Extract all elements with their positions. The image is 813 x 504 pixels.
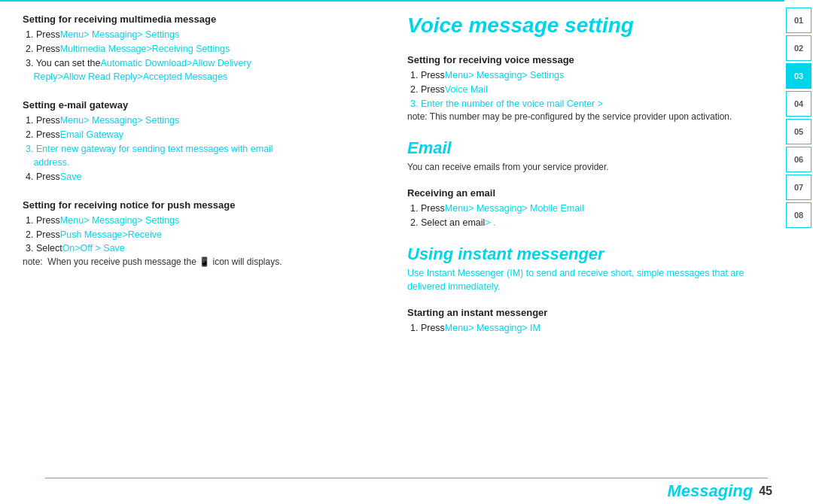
- item-link[interactable]: Reply>Allow Read Reply>Accepted Messages: [33, 71, 227, 82]
- main-content: Setting for receiving multimedia message…: [0, 0, 784, 504]
- bottom-bar: Messaging 45: [0, 478, 784, 504]
- item-prefix: 4. Press: [26, 172, 60, 182]
- item-link[interactable]: On>Off > Save: [62, 243, 125, 254]
- voice-heading-text: Voice message setting: [407, 14, 769, 38]
- list-item: 4. PressSave: [26, 170, 385, 184]
- page: Setting for receiving multimedia message…: [0, 0, 813, 504]
- list-item: 1. PressMenu> Messaging> Mobile Email: [410, 202, 769, 216]
- item-prefix: 1. Press: [26, 29, 60, 40]
- section-receiving-email-title: Receiving an email: [407, 187, 769, 199]
- section-multimedia: Setting for receiving multimedia message…: [23, 14, 385, 84]
- section-voice-list: 1. PressMenu> Messaging> Settings 2. Pre…: [407, 68, 769, 111]
- bottom-label: Messaging: [668, 481, 754, 501]
- item-prefix: 2. Press: [26, 44, 60, 54]
- sidebar-num-01[interactable]: 01: [786, 8, 811, 33]
- section-voice-title: Setting for receiving voice message: [407, 54, 769, 65]
- list-item: Reply>Allow Read Reply>Accepted Messages: [26, 70, 385, 84]
- section-multimedia-title: Setting for receiving multimedia message: [23, 14, 385, 25]
- im-heading-text: Using instant messenger: [407, 244, 769, 264]
- sidebar-num-08[interactable]: 08: [786, 202, 811, 228]
- left-column: Setting for receiving multimedia message…: [23, 14, 385, 490]
- right-sidebar: 01 02 03 04 05 06 07 08: [784, 0, 813, 504]
- section-email-gateway-title: Setting e-mail gateway: [23, 99, 385, 111]
- section-push: Setting for receiving notice for push me…: [23, 199, 385, 269]
- voice-note: note: This number may be pre-configured …: [407, 111, 769, 123]
- item-link[interactable]: Push Message>Receive: [60, 229, 162, 240]
- item-link-cont[interactable]: address.: [33, 157, 69, 168]
- section-im: Starting an instant messenger 1. PressMe…: [407, 307, 769, 335]
- top-border: [0, 0, 784, 2]
- section-receiving-email: Receiving an email 1. PressMenu> Messagi…: [407, 187, 769, 230]
- item-link[interactable]: > .: [485, 217, 495, 228]
- list-item: 3. Enter the number of the voice mail Ce…: [410, 97, 769, 111]
- list-item: 2. PressPush Message>Receive: [26, 228, 385, 242]
- list-item: 2. PressEmail Gateway: [26, 128, 385, 142]
- item-prefix: 2. Press: [410, 84, 445, 95]
- item-link[interactable]: 3. Enter new gateway for sending text me…: [26, 144, 273, 154]
- list-item: address.: [26, 156, 385, 170]
- item-prefix: 2. Select an email: [410, 217, 485, 228]
- item-prefix: 3. You can set the: [26, 58, 100, 68]
- item-link[interactable]: Menu> Messaging> Settings: [445, 70, 564, 80]
- section-receiving-email-list: 1. PressMenu> Messaging> Mobile Email 2.…: [407, 202, 769, 230]
- email-heading: Email You can receive emails from your s…: [407, 138, 769, 174]
- section-im-list: 1. PressMenu> Messaging> IM: [407, 321, 769, 335]
- item-link[interactable]: Menu> Messaging> IM: [445, 323, 540, 333]
- section-multimedia-list: 1. PressMenu> Messaging> Settings 2. Pre…: [23, 28, 385, 84]
- sidebar-num-07[interactable]: 07: [786, 175, 811, 200]
- email-desc: You can receive emails from your service…: [407, 161, 769, 174]
- sidebar-num-04[interactable]: 04: [786, 91, 811, 117]
- sidebar-num-05[interactable]: 05: [786, 119, 811, 144]
- list-item: 2. Select an email> .: [410, 216, 769, 230]
- list-item: 1. PressMenu> Messaging> Settings: [26, 28, 385, 42]
- section-email-gateway: Setting e-mail gateway 1. PressMenu> Mes…: [23, 99, 385, 184]
- push-note: note: When you receive push message the …: [23, 256, 385, 269]
- bottom-page-number: 45: [759, 484, 772, 498]
- email-heading-text: Email: [407, 138, 769, 158]
- section-push-list: 1. PressMenu> Messaging> Settings 2. Pre…: [23, 214, 385, 256]
- list-item: 1. PressMenu> Messaging> Settings: [26, 114, 385, 128]
- item-prefix: 3. Select: [26, 243, 62, 254]
- im-desc: Use Instant Messenger (IM) to send and r…: [407, 267, 769, 293]
- item-link[interactable]: Menu> Messaging> Settings: [60, 215, 179, 226]
- list-item: 1. PressMenu> Messaging> Settings: [410, 68, 769, 83]
- item-link[interactable]: Menu> Messaging> Mobile Email: [445, 203, 584, 214]
- item-link[interactable]: Menu> Messaging> Settings: [60, 115, 179, 126]
- section-voice: Setting for receiving voice message 1. P…: [407, 54, 769, 123]
- item-prefix: 2. Press: [26, 129, 60, 140]
- item-link[interactable]: Save: [60, 172, 82, 182]
- sidebar-num-03[interactable]: 03: [786, 63, 811, 89]
- item-prefix: 1. Press: [410, 70, 445, 80]
- item-prefix: 1. Press: [410, 203, 445, 214]
- item-link[interactable]: Voice Mail: [445, 84, 488, 95]
- list-item: 2. PressMultimedia Message>Receiving Set…: [26, 42, 385, 56]
- sidebar-num-06[interactable]: 06: [786, 147, 811, 172]
- list-item: 3. SelectOn>Off > Save: [26, 241, 385, 256]
- voice-heading: Voice message setting: [407, 14, 769, 41]
- item-link[interactable]: Automatic Download>Allow Delivery: [100, 58, 251, 68]
- sidebar-num-02[interactable]: 02: [786, 35, 811, 61]
- item-prefix: 1. Press: [26, 215, 60, 226]
- item-link[interactable]: Email Gateway: [60, 129, 123, 140]
- list-item: 2. PressVoice Mail: [410, 83, 769, 97]
- list-item: 1. PressMenu> Messaging> IM: [410, 321, 769, 335]
- item-prefix: 1. Press: [26, 115, 60, 126]
- section-im-title: Starting an instant messenger: [407, 307, 769, 318]
- list-item: 1. PressMenu> Messaging> Settings: [26, 214, 385, 228]
- section-push-title: Setting for receiving notice for push me…: [23, 199, 385, 211]
- list-item: 3. You can set theAutomatic Download>All…: [26, 56, 385, 71]
- item-link[interactable]: Menu> Messaging> Settings: [60, 29, 179, 40]
- right-column: Voice message setting Setting for receiv…: [407, 14, 769, 490]
- item-prefix: 1. Press: [410, 323, 445, 333]
- im-heading: Using instant messenger Use Instant Mess…: [407, 244, 769, 293]
- item-prefix: 2. Press: [26, 229, 60, 240]
- item-link[interactable]: Multimedia Message>Receiving Settings: [60, 44, 230, 54]
- item-link[interactable]: 3. Enter the number of the voice mail Ce…: [410, 99, 603, 109]
- list-item: 3. Enter new gateway for sending text me…: [26, 142, 385, 156]
- section-email-gateway-list: 1. PressMenu> Messaging> Settings 2. Pre…: [23, 114, 385, 184]
